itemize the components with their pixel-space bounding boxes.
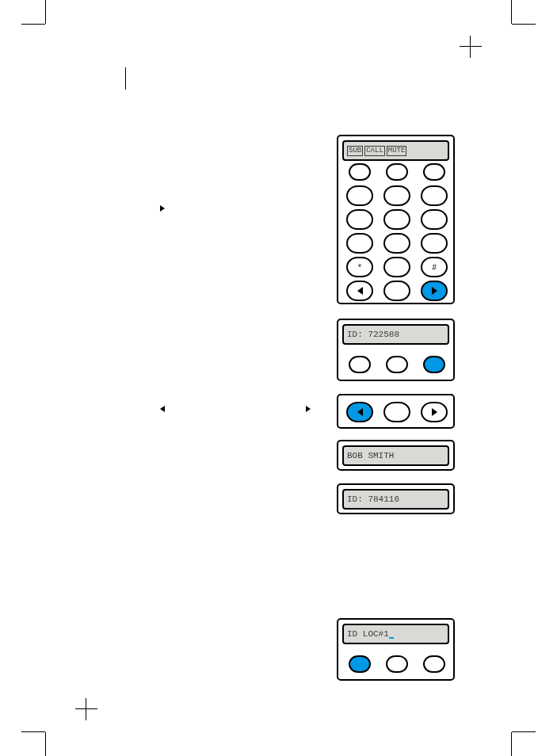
key-hash[interactable]: # — [421, 257, 448, 277]
key-2[interactable] — [383, 185, 410, 206]
nav-panel — [337, 394, 455, 429]
nav2-right-icon — [432, 408, 437, 416]
key-8[interactable] — [383, 233, 410, 254]
hash-label: # — [432, 263, 437, 272]
register-mark-icon — [460, 36, 482, 58]
softkey-c[interactable] — [423, 163, 445, 181]
key-0[interactable] — [383, 257, 410, 277]
softkey-a3[interactable] — [349, 655, 371, 673]
softkey-b2[interactable] — [386, 356, 408, 373]
keypad-panel: SUB CALL MUTE * # — [337, 135, 455, 304]
softkey-c2[interactable] — [423, 356, 445, 373]
arrow-right-icon — [306, 406, 311, 412]
page: SUB CALL MUTE * # ID: 722588 — [0, 0, 557, 756]
crop-mark — [511, 0, 512, 24]
register-mark-icon — [75, 698, 97, 720]
nav2-center-button[interactable] — [383, 402, 410, 422]
name-panel: BOB SMITH — [337, 440, 455, 471]
main-display: SUB CALL MUTE — [342, 140, 449, 161]
display-name-text: BOB SMITH — [347, 451, 394, 460]
softkey-a2[interactable] — [349, 356, 371, 373]
arrow-left-icon — [160, 406, 165, 412]
crop-mark — [45, 0, 46, 24]
id-panel-b: ID: 784116 — [337, 483, 455, 514]
key-4[interactable] — [346, 209, 373, 230]
softkey-b3[interactable] — [386, 655, 408, 673]
display-id-loc: ID LOC#1 — [342, 624, 449, 644]
display-name: BOB SMITH — [342, 445, 449, 466]
softkey-c3[interactable] — [423, 655, 445, 673]
nav-right-icon — [432, 287, 437, 295]
nav2-right-button[interactable] — [421, 402, 448, 422]
key-star[interactable]: * — [346, 257, 373, 277]
key-3[interactable] — [421, 185, 448, 206]
nav-center-button[interactable] — [383, 281, 410, 301]
display-id-b: ID: 784116 — [342, 489, 449, 510]
nav2-left-icon — [357, 408, 363, 416]
crop-mark — [21, 731, 45, 732]
id-panel-a: ID: 722588 — [337, 319, 455, 381]
crop-mark — [512, 24, 536, 25]
key-9[interactable] — [421, 233, 448, 254]
chip-mute: MUTE — [387, 146, 407, 156]
softkey-a[interactable] — [349, 163, 371, 181]
display-id-a-text: ID: 722588 — [347, 330, 399, 339]
display-id-b-text: ID: 784116 — [347, 494, 399, 504]
arrow-right-icon — [160, 205, 165, 212]
chip-call: CALL — [364, 146, 385, 156]
key-7[interactable] — [346, 233, 373, 254]
nav-right-button[interactable] — [421, 281, 448, 301]
key-6[interactable] — [421, 209, 448, 230]
chip-sub: SUB — [347, 146, 363, 156]
nav-left-icon — [357, 287, 363, 295]
nav2-left-button[interactable] — [346, 402, 373, 422]
crop-mark — [511, 732, 512, 756]
crop-mark — [21, 24, 45, 25]
key-1[interactable] — [346, 185, 373, 206]
key-5[interactable] — [383, 209, 410, 230]
nav-left-button[interactable] — [346, 281, 373, 301]
display-id-loc-text: ID LOC#1 — [347, 629, 389, 639]
tick-mark — [125, 67, 126, 90]
star-label: * — [358, 263, 361, 272]
cursor-icon — [389, 629, 394, 639]
display-id-a: ID: 722588 — [342, 324, 449, 345]
softkey-b[interactable] — [386, 163, 408, 181]
crop-mark — [512, 731, 536, 732]
id-loc-panel: ID LOC#1 — [337, 618, 455, 681]
crop-mark — [45, 732, 46, 756]
